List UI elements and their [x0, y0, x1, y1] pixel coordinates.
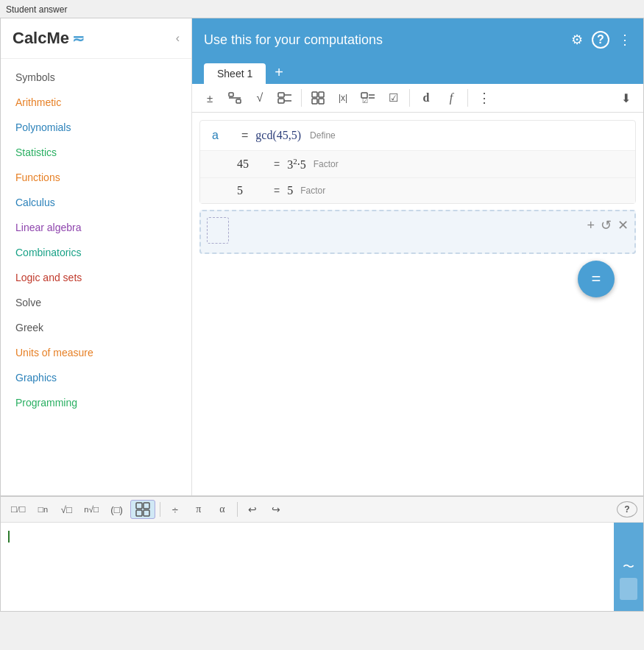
comp-var-a: a — [212, 129, 234, 142]
empty-block-actions: + ↺ ✕ — [587, 217, 629, 233]
sidebar-item-graphics[interactable]: Graphics — [1, 365, 191, 390]
sidebar-item-functions[interactable]: Functions — [1, 165, 191, 190]
empty-computation-block[interactable]: + ↺ ✕ — [199, 210, 636, 254]
sidebar-item-arithmetic[interactable]: Arithmetic — [1, 90, 191, 115]
svg-rect-16 — [144, 503, 149, 509]
toolbar-xeq[interactable]: ☑ — [356, 87, 380, 109]
sidebar-item-greek[interactable]: Greek — [1, 315, 191, 340]
sidebar-item-programming[interactable]: Programming — [1, 390, 191, 415]
result-action-factor-2[interactable]: Factor — [300, 186, 325, 196]
result-num-5: 5 — [237, 184, 266, 197]
editor-btn-redo[interactable]: ↪ — [266, 500, 286, 519]
sidebar-nav: Symbols Arithmetic Polynomials Statistic… — [1, 59, 191, 421]
comp-action-define[interactable]: Define — [310, 130, 336, 141]
result-val-1: 32·5 — [287, 157, 306, 172]
svg-rect-9 — [312, 99, 317, 104]
result-val-2: 5 — [287, 184, 293, 197]
svg-rect-7 — [312, 92, 317, 97]
editor-btn-help[interactable]: ? — [617, 501, 637, 517]
toolbar-more[interactable]: ⋮ — [473, 87, 496, 109]
top-bar: Use this for your computations ⚙ ? ⋮ — [192, 18, 643, 61]
empty-block-close[interactable]: ✕ — [618, 217, 629, 233]
sidebar: CalcMe ≂ ‹ Symbols Arithmetic Polynomial… — [1, 18, 192, 495]
toolbar-sqrt[interactable]: √ — [248, 87, 272, 109]
editor-btn-alpha[interactable]: α — [212, 500, 233, 519]
toolbar-check[interactable]: ☑ — [381, 87, 405, 109]
bottom-editor: □/□ □n √□ n√□ (□) ÷ π α ↩ ↪ ? 〜 — [0, 496, 644, 612]
svg-rect-5 — [278, 99, 284, 103]
svg-rect-3 — [278, 93, 284, 97]
editor-scroll-handle[interactable] — [620, 578, 637, 600]
sidebar-collapse-button[interactable]: ‹ — [176, 32, 180, 45]
computation-block-1: a = gcd(45,5) Define 45 = 32·5 Factor 5 … — [199, 120, 636, 204]
editor-side-icon: 〜 — [623, 559, 634, 575]
editor-btn-div[interactable]: ÷ — [165, 500, 185, 519]
editor-btn-matrix[interactable] — [130, 500, 155, 519]
editor-main-input[interactable] — [1, 523, 614, 611]
editor-side-panel: 〜 — [614, 523, 643, 611]
tabs-bar: Sheet 1 + — [192, 61, 643, 84]
editor-btn-superscript[interactable]: □n — [32, 500, 53, 519]
result-eq-1: = — [274, 158, 280, 170]
sidebar-item-symbols[interactable]: Symbols — [1, 65, 191, 90]
sidebar-item-polynomials[interactable]: Polynomials — [1, 115, 191, 140]
svg-rect-0 — [229, 93, 233, 96]
top-bar-icons: ⚙ ? ⋮ — [571, 31, 631, 49]
help-icon[interactable]: ? — [592, 31, 609, 49]
comp-eq-1: = — [241, 129, 248, 142]
comp-expr-1: gcd(45,5) — [255, 129, 301, 142]
svg-rect-15 — [136, 503, 142, 509]
computation-area: a = gcd(45,5) Define 45 = 32·5 Factor 5 … — [192, 113, 643, 495]
menu-icon[interactable]: ⋮ — [618, 32, 631, 48]
editor-btn-pi[interactable]: π — [188, 500, 209, 519]
editor-toolbar: ± √ |x| ☑ ☑ d f — [192, 84, 643, 113]
result-num-45: 45 — [237, 158, 266, 171]
svg-rect-18 — [144, 510, 149, 516]
editor-btn-undo[interactable]: ↩ — [242, 500, 263, 519]
add-tab-button[interactable]: + — [269, 61, 289, 84]
toolbar-fraction[interactable] — [223, 87, 247, 109]
sidebar-item-combinatorics[interactable]: Combinatorics — [1, 240, 191, 265]
sidebar-item-calculus[interactable]: Calculus — [1, 190, 191, 215]
svg-rect-2 — [236, 99, 241, 103]
editor-btn-fraction[interactable]: □/□ — [7, 500, 29, 519]
result-row-2: 5 = 5 Factor — [200, 177, 635, 203]
result-eq-2: = — [274, 185, 280, 197]
result-action-factor-1[interactable]: Factor — [314, 159, 339, 169]
sidebar-item-solve[interactable]: Solve — [1, 290, 191, 315]
tab-sheet1[interactable]: Sheet 1 — [204, 63, 266, 84]
toolbar-f[interactable]: f — [439, 87, 463, 109]
student-answer-label: Student answer — [0, 0, 644, 18]
editor-input-toolbar: □/□ □n √□ n√□ (□) ÷ π α ↩ ↪ ? — [1, 497, 643, 523]
toolbar-abs[interactable]: |x| — [331, 87, 355, 109]
empty-block-refresh[interactable]: ↺ — [601, 217, 612, 233]
sidebar-item-logic-sets[interactable]: Logic and sets — [1, 265, 191, 290]
toolbar-integral[interactable] — [273, 87, 297, 109]
editor-btn-sqrt[interactable]: √□ — [56, 500, 77, 519]
sidebar-item-units[interactable]: Units of measure — [1, 340, 191, 365]
sidebar-item-statistics[interactable]: Statistics — [1, 140, 191, 165]
svg-rect-17 — [136, 510, 142, 516]
result-row-1: 45 = 32·5 Factor — [200, 150, 635, 177]
editor-btn-nthroot[interactable]: n√□ — [79, 500, 103, 519]
editor-btn-parens[interactable]: (□) — [106, 500, 127, 519]
sidebar-item-linear-algebra[interactable]: Linear algebra — [1, 215, 191, 240]
editor-cursor — [8, 531, 10, 543]
main-content: Use this for your computations ⚙ ? ⋮ She… — [192, 18, 643, 495]
empty-placeholder — [207, 217, 229, 244]
editor-input-area: 〜 — [1, 523, 643, 611]
toolbar-d[interactable]: d — [414, 87, 438, 109]
toolbar-matrix-sm[interactable] — [306, 87, 330, 109]
top-bar-title: Use this for your computations — [204, 32, 383, 48]
comp-row-1[interactable]: a = gcd(45,5) Define — [200, 121, 635, 150]
gear-icon[interactable]: ⚙ — [571, 32, 583, 48]
app-logo: CalcMe ≂ — [13, 29, 85, 48]
fab-equals-button[interactable]: = — [578, 261, 615, 297]
toolbar-download[interactable]: ⬇ — [614, 87, 637, 109]
toolbar-plusminus[interactable]: ± — [198, 87, 222, 109]
empty-block-add[interactable]: + — [587, 218, 595, 233]
svg-rect-10 — [319, 99, 324, 104]
svg-rect-8 — [319, 92, 324, 97]
svg-text:☑: ☑ — [362, 97, 368, 105]
